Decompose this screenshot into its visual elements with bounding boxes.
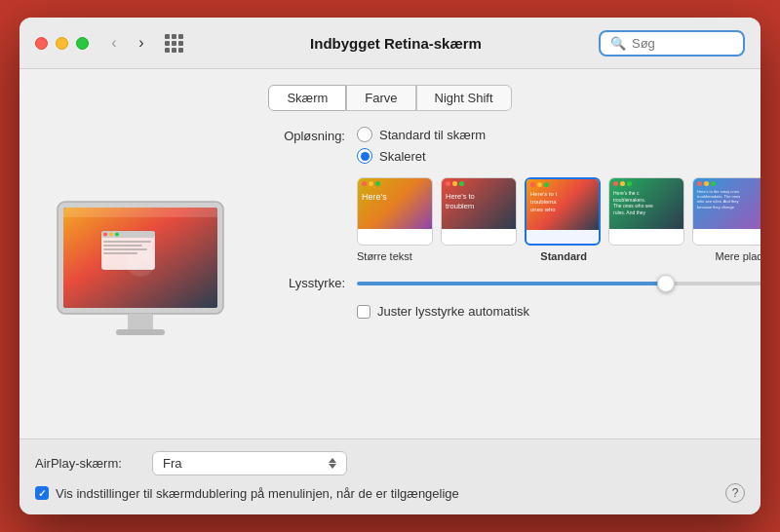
search-icon: 🔍: [610, 36, 626, 51]
svg-rect-10: [103, 241, 151, 243]
back-button[interactable]: ‹: [100, 29, 128, 57]
titlebar: ‹ › Indbygget Retina-skærm 🔍: [20, 18, 760, 69]
tabs: Skærm Farve Night Shift: [43, 85, 737, 111]
bottom-bar: AirPlay-skærm: Fra Vis indstillinger til…: [20, 438, 760, 514]
airplay-row: AirPlay-skærm: Fra: [35, 451, 745, 475]
resolution-options: Standard til skærm Skaleret: [357, 127, 486, 164]
settings-panel: Opløsning: Standard til skærm Skaleret: [257, 127, 760, 423]
tab-nightshift[interactable]: Night Shift: [416, 85, 512, 111]
tab-farve[interactable]: Farve: [346, 85, 415, 111]
maximize-button[interactable]: [76, 37, 89, 50]
menubar-checkbox[interactable]: [35, 486, 49, 500]
svg-rect-13: [103, 252, 137, 254]
forward-button[interactable]: ›: [128, 29, 155, 57]
search-box[interactable]: 🔍: [599, 30, 745, 57]
svg-point-8: [109, 233, 113, 237]
scale-option-4[interactable]: Here's the ctroublemakers.The ones who s…: [608, 177, 684, 246]
scale-option-2[interactable]: Here's totroublem: [441, 177, 517, 246]
scale-label-center: Standard: [540, 250, 587, 262]
arrow-up-icon: [329, 458, 336, 463]
scale-options-row: Here's Here's totroublem: [357, 177, 760, 246]
monitor-illustration: [48, 197, 233, 353]
minimize-button[interactable]: [56, 37, 68, 50]
resolution-section: Opløsning: Standard til skærm Skaleret: [257, 127, 760, 164]
brightness-label: Lysstyrke:: [257, 276, 345, 290]
brightness-track[interactable]: [357, 282, 760, 285]
window-title: Indbygget Retina-skærm: [193, 35, 599, 52]
airplay-select[interactable]: Fra: [152, 451, 347, 475]
scale-labels: Større tekst Standard Mere plads: [357, 250, 760, 262]
brightness-section: Lysstyrke:: [257, 276, 760, 290]
auto-brightness-label: Juster lysstyrke automatisk: [377, 304, 529, 319]
resolution-standard-label: Standard til skærm: [379, 128, 486, 142]
close-button[interactable]: [35, 37, 48, 50]
apps-grid-icon[interactable]: [165, 34, 183, 53]
svg-point-9: [115, 233, 119, 237]
help-button[interactable]: ?: [725, 483, 745, 503]
resolution-scaled-option[interactable]: Skaleret: [357, 148, 486, 164]
auto-brightness-row: Juster lysstyrke automatisk: [357, 304, 760, 319]
select-arrows-icon: [329, 458, 336, 469]
scale-label-left: Større tekst: [357, 250, 412, 262]
resolution-label: Opløsning:: [257, 127, 345, 143]
traffic-lights: [35, 37, 89, 50]
auto-brightness-checkbox[interactable]: [357, 305, 370, 319]
scale-section: Here's Here's totroublem: [357, 177, 760, 262]
svg-rect-11: [103, 245, 142, 247]
content-area: Skærm Farve Night Shift: [20, 69, 760, 438]
resolution-scaled-radio[interactable]: [357, 148, 372, 164]
arrow-down-icon: [329, 464, 336, 469]
scale-option-1[interactable]: Here's: [357, 177, 433, 246]
scale-option-5[interactable]: Here's to the crazy onestroublemakers. T…: [692, 177, 760, 246]
menubar-checkbox-label: Vis indstillinger til skærmdublering på …: [56, 486, 459, 501]
menubar-check-group: Vis indstillinger til skærmdublering på …: [35, 486, 459, 501]
resolution-standard-radio[interactable]: [357, 127, 372, 142]
resolution-standard-option[interactable]: Standard til skærm: [357, 127, 486, 142]
svg-point-7: [103, 233, 107, 237]
tab-skaerm[interactable]: Skærm: [268, 85, 346, 111]
window: ‹ › Indbygget Retina-skærm 🔍 Skærm Farve…: [20, 18, 760, 514]
svg-rect-3: [63, 208, 217, 217]
svg-rect-15: [116, 329, 165, 335]
brightness-slider-container: [357, 282, 760, 285]
scale-option-3[interactable]: Here's to ttroublemaones who: [525, 177, 601, 246]
main-panel: Opløsning: Standard til skærm Skaleret: [43, 127, 737, 423]
search-input[interactable]: [632, 36, 733, 51]
svg-rect-12: [103, 248, 147, 250]
svg-rect-14: [128, 314, 153, 331]
monitor-area: [43, 127, 238, 423]
menubar-row: Vis indstillinger til skærmdublering på …: [35, 483, 745, 503]
scale-label-right: Mere plads: [716, 250, 760, 262]
resolution-scaled-label: Skaleret: [379, 149, 426, 164]
airplay-value: Fra: [163, 456, 182, 471]
brightness-thumb[interactable]: [657, 275, 675, 292]
airplay-label: AirPlay-skærm:: [35, 456, 142, 471]
